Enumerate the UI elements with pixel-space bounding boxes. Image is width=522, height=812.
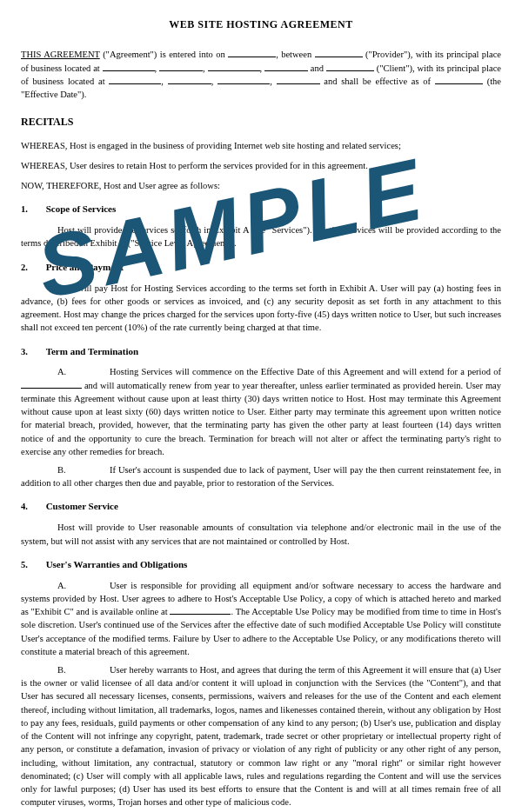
now-therefore: NOW, THEREFORE, Host and User agree as f… [21, 179, 501, 192]
section-4-title: Customer Service [46, 501, 118, 511]
blank-url [170, 606, 231, 615]
blank-period [21, 379, 82, 388]
blank-addr1b [159, 62, 203, 70]
label-b2: B. [21, 663, 110, 676]
intro-underline: THIS AGREEMENT [21, 50, 100, 59]
section-3-head: 3. Term and Termination [21, 345, 501, 359]
section-2-title: Price and Payment [46, 262, 124, 272]
section-5b: B.User hereby warrants to Host, and agre… [21, 663, 501, 809]
label-a2: A. [21, 579, 110, 592]
section-5-num: 5. [21, 558, 44, 571]
section-1-num: 1. [21, 203, 44, 216]
blank-addr2b [168, 75, 211, 83]
section-1-title: Scope of Services [46, 203, 117, 214]
document-title: WEB SITE HOSTING AGREEMENT [21, 17, 501, 32]
section-3-title: Term and Termination [46, 346, 139, 356]
section-5-title: User's Warranties and Obligations [46, 559, 188, 569]
blank-addr1a [103, 62, 155, 70]
blank-provider [315, 49, 363, 57]
section-1-head: 1. Scope of Services [21, 203, 501, 216]
blank-addr2a [109, 75, 161, 83]
recital-2: WHEREAS, User desires to retain Host to … [21, 159, 501, 172]
section-3a: A.Hosting Services will commence on the … [21, 365, 501, 458]
section-4-head: 4. Customer Service [21, 500, 501, 514]
section-3-num: 3. [21, 345, 44, 358]
section-2-num: 2. [21, 261, 44, 274]
blank-effective [435, 75, 483, 83]
label-b: B. [21, 463, 110, 476]
blank-addr1c [208, 62, 260, 70]
section-1-body: Host will provide the services set forth… [21, 223, 501, 250]
section-5a: A.User is responsible for providing all … [21, 579, 501, 658]
label-a: A. [21, 365, 110, 378]
blank-addr2c [218, 75, 270, 83]
blank-addr2d [277, 75, 320, 83]
section-3b: B.If User's account is suspended due to … [21, 463, 501, 489]
blank-date [228, 49, 276, 57]
blank-client [326, 62, 374, 70]
intro-paragraph: THIS AGREEMENT ("Agreement") is entered … [21, 48, 501, 101]
section-5-head: 5. User's Warranties and Obligations [21, 558, 501, 572]
recitals-heading: RECITALS [21, 115, 501, 130]
section-2-body: User will pay Host for Hosting Services … [21, 282, 501, 335]
document-page: SAMPLE WEB SITE HOSTING AGREEMENT THIS A… [0, 0, 522, 812]
section-4-num: 4. [21, 500, 44, 513]
recital-1: WHEREAS, Host is engaged in the business… [21, 139, 501, 152]
section-4-body: Host will provide to User reasonable amo… [21, 521, 501, 547]
section-2-head: 2. Price and Payment [21, 261, 501, 275]
blank-addr1d [264, 62, 308, 70]
